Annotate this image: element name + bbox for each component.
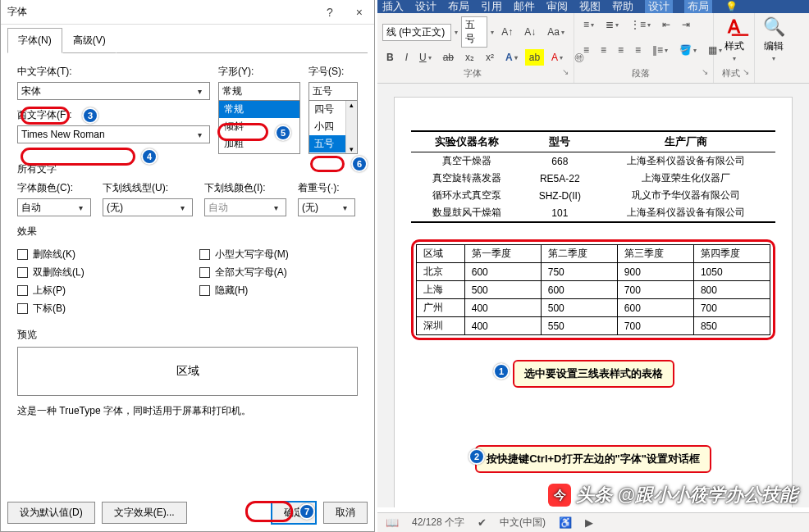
annotation-badge-7: 7 — [299, 503, 315, 520]
en-font-value: Times New Roman — [21, 129, 105, 140]
set-default-button[interactable]: 设为默认值(D) — [7, 502, 95, 524]
cn-font-combo[interactable]: 宋体 ▾ — [17, 82, 210, 100]
watermark: 今 头条 @跟小小筱学办公技能 — [548, 483, 798, 507]
list-item[interactable]: 常规 — [219, 101, 299, 118]
allcaps-checkbox[interactable]: 全部大写字母(A) — [199, 266, 289, 280]
cancel-button[interactable]: 取消 — [323, 502, 368, 524]
ribbon-tab[interactable]: 帮助 — [612, 0, 633, 14]
indent-left-icon[interactable]: ⇤ — [658, 16, 674, 33]
ribbon-tabbar: 插入 设计 布局 引用 邮件 审阅 视图 帮助 设计 布局 💡 — [377, 0, 809, 13]
ribbon-tab[interactable]: 邮件 — [514, 0, 535, 14]
italic-icon[interactable]: I — [401, 49, 412, 66]
en-font-combo[interactable]: Times New Roman ▾ — [17, 125, 210, 143]
ribbon-tab[interactable]: 审阅 — [546, 0, 568, 14]
smallcaps-checkbox[interactable]: 小型大写字母(M) — [199, 248, 289, 261]
align-right-icon[interactable]: ≡ — [614, 42, 628, 58]
language-status[interactable]: 中文(中国) — [500, 516, 546, 530]
dstrike-checkbox[interactable]: 双删除线(L) — [17, 266, 85, 280]
dialog-tabs: 字体(N) 高级(V) — [1, 25, 374, 53]
align-center-icon[interactable]: ≡ — [596, 42, 610, 58]
font-color-combo[interactable]: 自动▾ — [17, 198, 91, 216]
highlight-icon[interactable]: ab — [525, 49, 544, 66]
annotation-badge-4: 4 — [141, 148, 158, 165]
underline-color-combo[interactable]: 自动▾ — [204, 198, 286, 216]
decrease-font-icon[interactable]: A↓ — [520, 24, 540, 40]
align-justify-icon[interactable]: ≡ — [631, 42, 645, 58]
styles-button[interactable]: A͟ 样式 ▾ — [719, 16, 749, 62]
tell-me-icon[interactable]: 💡 — [724, 1, 738, 12]
spellcheck-icon[interactable]: ✔ — [478, 516, 487, 529]
indent-right-icon[interactable]: ⇥ — [678, 16, 694, 33]
dialog-launcher-icon[interactable]: ↘ — [562, 67, 569, 80]
table-header: 型号 — [523, 131, 597, 152]
size-listbox[interactable]: 四号 小四 五号 ▴▾ — [309, 100, 358, 154]
ribbon-tab[interactable]: 插入 — [382, 0, 404, 14]
ribbon-tab[interactable]: 设计 — [645, 0, 673, 14]
ribbon-tab[interactable]: 布局 — [448, 0, 469, 14]
numbering-icon[interactable]: ≣▾ — [601, 16, 623, 33]
toutiao-logo-icon: 今 — [548, 484, 571, 507]
dialog-launcher-icon[interactable]: ↘ — [743, 67, 749, 80]
ribbon-tab[interactable]: 引用 — [481, 0, 502, 14]
increase-font-icon[interactable]: A↑ — [497, 24, 517, 40]
font-color-label: 字体颜色(C): — [17, 181, 91, 195]
font-size-combo[interactable]: 五号 — [461, 16, 487, 48]
list-item[interactable]: 小四 — [309, 118, 345, 135]
scrollbar[interactable]: ▴▾ — [345, 101, 357, 153]
ribbon-tab[interactable]: 布局 — [684, 0, 712, 14]
font-color-icon[interactable]: A▾ — [547, 49, 567, 66]
word-count[interactable]: 42/128 个字 — [412, 516, 464, 530]
close-icon[interactable]: × — [351, 4, 368, 20]
size-input[interactable]: 五号 — [309, 82, 358, 100]
preview-text: 区域 — [176, 364, 199, 379]
bullets-icon[interactable]: ≡▾ — [579, 16, 598, 33]
style-input[interactable]: 常规 — [218, 82, 300, 100]
page[interactable]: 实验仪器名称 型号 生产厂商 真空干燥器668上海圣科仪器设备有限公司 真空旋转… — [394, 97, 793, 507]
hidden-checkbox[interactable]: 隐藏(H) — [199, 284, 289, 298]
superscript-icon[interactable]: x² — [482, 49, 498, 66]
strike-checkbox[interactable]: 删除线(K) — [17, 248, 85, 261]
underline-style-label: 下划线线型(U): — [103, 181, 193, 195]
emphasis-label: 着重号(·): — [298, 181, 355, 195]
dialog-launcher-icon[interactable]: ↘ — [702, 67, 708, 80]
shading-icon[interactable]: 🪣▾ — [675, 42, 701, 58]
document-area: 实验仪器名称 型号 生产厂商 真空干燥器668上海圣科仪器设备有限公司 真空旋转… — [377, 84, 809, 507]
book-icon[interactable]: 📖 — [386, 516, 399, 529]
underline-style-combo[interactable]: (无)▾ — [103, 198, 193, 216]
emphasis-combo[interactable]: (无)▾ — [298, 198, 355, 216]
text-effect-icon[interactable]: A▾ — [501, 49, 522, 66]
ribbon: 线 (中文正文) ▾ 五号 ▾ A↑ A↓ Aa▾ B I U▾ ab x₂ x… — [377, 13, 809, 84]
accessibility-icon[interactable]: ♿ — [559, 516, 572, 529]
tab-advanced[interactable]: 高级(V) — [62, 28, 117, 53]
preview-label: 预览 — [17, 328, 358, 342]
bold-icon[interactable]: B — [382, 49, 398, 66]
strike-icon[interactable]: ab — [439, 49, 458, 66]
ribbon-tab[interactable]: 设计 — [415, 0, 436, 14]
help-icon[interactable]: ? — [322, 4, 338, 20]
ribbon-tab[interactable]: 视图 — [579, 0, 601, 14]
list-item[interactable]: 四号 — [309, 101, 345, 118]
change-case-icon[interactable]: Aa▾ — [543, 24, 569, 40]
dialog-title: 字体 — [7, 5, 27, 19]
subscript-checkbox[interactable]: 下标(B) — [17, 302, 85, 316]
table-header: 实验仪器名称 — [411, 131, 523, 152]
table-header: 生产厂商 — [597, 131, 775, 152]
three-line-table[interactable]: 实验仪器名称 型号 生产厂商 真空干燥器668上海圣科仪器设备有限公司 真空旋转… — [411, 130, 775, 223]
subscript-icon[interactable]: x₂ — [461, 49, 478, 66]
font-theme-combo[interactable]: 线 (中文正文) — [382, 24, 451, 41]
styles-icon: A͟ — [728, 16, 740, 38]
list-item[interactable]: 五号 — [309, 135, 345, 152]
annotation-badge-2: 2 — [468, 448, 485, 465]
underline-icon[interactable]: U▾ — [415, 49, 436, 66]
editing-button[interactable]: 🔍 编辑 ▾ — [760, 16, 788, 62]
align-left-icon[interactable]: ≡ — [579, 42, 593, 58]
line-spacing-icon[interactable]: ‖≡▾ — [648, 42, 672, 58]
style-label: 字形(Y): — [218, 65, 300, 79]
preview-box: 区域 — [17, 347, 358, 396]
text-effects-button[interactable]: 文字效果(E)... — [102, 502, 187, 524]
grid-table[interactable]: 区域第一季度第二季度第三季度第四季度 北京6007509001050 上海500… — [416, 244, 770, 335]
superscript-checkbox[interactable]: 上标(P) — [17, 284, 85, 298]
macro-icon[interactable]: ▶ — [585, 516, 593, 529]
multilevel-icon[interactable]: ⋮≡▾ — [626, 16, 655, 33]
tab-font[interactable]: 字体(N) — [7, 28, 62, 53]
